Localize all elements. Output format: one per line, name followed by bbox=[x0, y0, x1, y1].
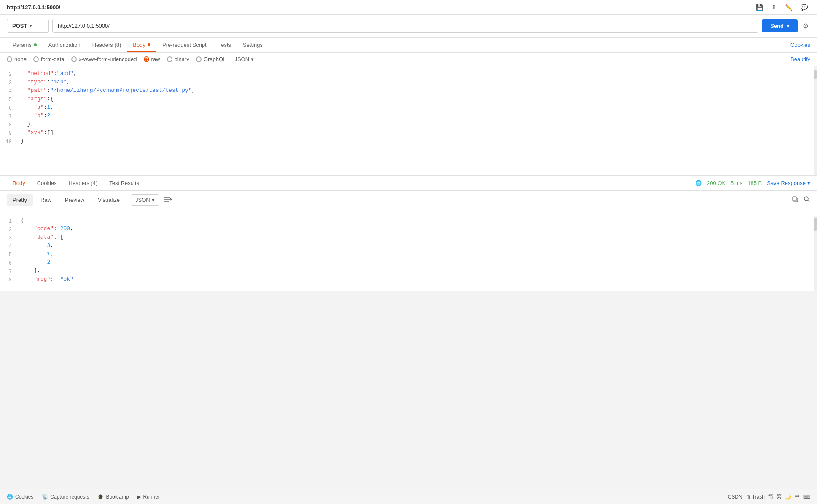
resp-line-5: 1, bbox=[21, 250, 814, 258]
resp-line-2: "code": 200, bbox=[21, 225, 814, 233]
edit-icon-btn[interactable]: ✏️ bbox=[782, 3, 795, 12]
status-code: 200 OK bbox=[707, 180, 726, 186]
response-format-chevron: ▾ bbox=[152, 197, 155, 203]
response-tab-test-results[interactable]: Test Results bbox=[103, 176, 145, 190]
tab-prerequest-label: Pre-request Script bbox=[162, 42, 207, 48]
request-line-numbers: 2 3 4 5 6 7 8 9 10 bbox=[0, 70, 17, 146]
tab-headers[interactable]: Headers (8) bbox=[86, 38, 127, 52]
view-raw-button[interactable]: Raw bbox=[35, 194, 57, 206]
radio-urlencoded-circle bbox=[71, 56, 77, 62]
url-top-bar: http://127.0.0.1:5000/ 💾 ⬆ ✏️ 💬 bbox=[0, 0, 817, 15]
code-line-6: "a":1, bbox=[21, 103, 817, 112]
response-tab-body-label: Body bbox=[13, 180, 25, 186]
save-icon-btn[interactable]: 💾 bbox=[753, 3, 766, 12]
response-tab-cookies[interactable]: Cookies bbox=[31, 176, 63, 190]
radio-none-circle bbox=[7, 56, 12, 62]
tab-tests-label: Tests bbox=[218, 42, 231, 48]
svg-line-6 bbox=[808, 200, 809, 201]
radio-binary-label: binary bbox=[175, 56, 189, 62]
radio-urlencoded-label: x-www-form-urlencoded bbox=[79, 56, 137, 62]
send-button[interactable]: Send ▾ bbox=[762, 19, 798, 32]
response-code-content: { "code": 200, "data": [ 3, 1, 2 ], "msg… bbox=[17, 216, 814, 284]
save-response-label: Save Response bbox=[767, 180, 806, 186]
url-display: http://127.0.0.1:5000/ bbox=[7, 4, 60, 11]
tab-params-label: Params bbox=[13, 42, 32, 48]
resp-line-7: ], bbox=[21, 267, 814, 275]
radio-raw[interactable]: raw bbox=[144, 56, 160, 62]
response-tab-test-results-label: Test Results bbox=[109, 180, 139, 186]
body-dot bbox=[148, 43, 150, 46]
request-scrollbar[interactable] bbox=[814, 66, 817, 175]
tab-settings[interactable]: Settings bbox=[237, 38, 269, 52]
radio-form-data-label: form-data bbox=[41, 56, 64, 62]
response-action-icons bbox=[792, 196, 810, 204]
request-tabs-row: Params Authorization Headers (8) Body Pr… bbox=[0, 38, 817, 53]
send-chevron: ▾ bbox=[787, 24, 789, 28]
response-tab-body[interactable]: Body bbox=[7, 176, 31, 190]
save-response-chevron: ▾ bbox=[807, 180, 810, 186]
code-line-2: "method":"add", bbox=[21, 70, 817, 78]
response-format-label: JSON bbox=[135, 197, 150, 203]
comment-icon-btn[interactable]: 💬 bbox=[798, 3, 810, 12]
radio-form-data[interactable]: form-data bbox=[33, 56, 64, 62]
code-line-3: "type":"map", bbox=[21, 78, 817, 86]
copy-icon-button[interactable] bbox=[792, 196, 798, 204]
request-scrollbar-thumb bbox=[814, 70, 817, 79]
method-label: POST bbox=[12, 23, 27, 29]
search-icon-button[interactable] bbox=[804, 196, 810, 204]
tab-body[interactable]: Body bbox=[127, 38, 156, 52]
json-format-chevron: ▾ bbox=[251, 56, 254, 62]
request-code-content[interactable]: "method":"add", "type":"map", "path":"/h… bbox=[17, 70, 817, 146]
view-visualize-button[interactable]: Visualize bbox=[92, 194, 126, 206]
response-format-select[interactable]: JSON ▾ bbox=[131, 194, 159, 206]
tab-authorization[interactable]: Authorization bbox=[43, 38, 86, 52]
send-label: Send bbox=[770, 23, 784, 29]
beautify-button[interactable]: Beautify bbox=[790, 56, 810, 62]
save-response-button[interactable]: Save Response ▾ bbox=[767, 180, 810, 186]
wrap-icon-button[interactable] bbox=[161, 195, 175, 206]
json-format-select[interactable]: JSON ▾ bbox=[234, 56, 254, 62]
copy-icon bbox=[792, 196, 798, 203]
tab-tests[interactable]: Tests bbox=[212, 38, 237, 52]
tab-prerequest[interactable]: Pre-request Script bbox=[156, 38, 212, 52]
wrap-icon bbox=[164, 196, 172, 202]
radio-none[interactable]: none bbox=[7, 56, 27, 62]
params-dot bbox=[34, 43, 37, 46]
radio-graphql-circle bbox=[196, 56, 202, 62]
code-line-5: "args":{ bbox=[21, 95, 817, 103]
response-tabs-row: Body Cookies Headers (4) Test Results 🌐 … bbox=[0, 176, 817, 191]
tab-body-label: Body bbox=[133, 42, 145, 48]
code-line-9: "sys":[] bbox=[21, 129, 817, 137]
tab-settings-label: Settings bbox=[243, 42, 263, 48]
json-format-label: JSON bbox=[234, 56, 249, 62]
response-scrollbar-thumb bbox=[814, 218, 817, 231]
response-code-area[interactable]: 1 2 3 4 5 6 7 8 { "code": 200, "data": [… bbox=[0, 209, 817, 291]
code-line-8: }, bbox=[21, 120, 817, 129]
resp-line-6: 2 bbox=[21, 258, 814, 267]
radio-none-label: none bbox=[14, 56, 27, 62]
radio-graphql[interactable]: GraphQL bbox=[196, 56, 226, 62]
tab-authorization-label: Authorization bbox=[48, 42, 81, 48]
view-pretty-button[interactable]: Pretty bbox=[7, 194, 33, 206]
code-line-7: "b":2 bbox=[21, 112, 817, 120]
method-select[interactable]: POST ▾ bbox=[7, 19, 49, 33]
resp-line-1: { bbox=[21, 216, 814, 225]
settings-icon-btn[interactable]: ⚙ bbox=[801, 20, 810, 32]
url-input[interactable] bbox=[52, 19, 758, 33]
method-chevron: ▾ bbox=[30, 24, 32, 28]
tab-params[interactable]: Params bbox=[7, 38, 43, 52]
resp-line-8: "msg": "ok" bbox=[21, 275, 814, 284]
view-preview-button[interactable]: Preview bbox=[59, 194, 90, 206]
radio-binary[interactable]: binary bbox=[167, 56, 189, 62]
response-tab-headers[interactable]: Headers (4) bbox=[63, 176, 104, 190]
response-meta: 🌐 200 OK 5 ms 185 B Save Response ▾ bbox=[695, 180, 810, 186]
cookies-link[interactable]: Cookies bbox=[790, 42, 810, 48]
url-bar: POST ▾ Send ▾ ⚙ bbox=[0, 15, 817, 38]
share-icon-btn[interactable]: ⬆ bbox=[769, 3, 779, 12]
request-code-area[interactable]: 2 3 4 5 6 7 8 9 10 "method":"add", "type… bbox=[0, 66, 817, 176]
tab-headers-label: Headers (8) bbox=[92, 42, 121, 48]
radio-urlencoded[interactable]: x-www-form-urlencoded bbox=[71, 56, 137, 62]
view-format-row: Pretty Raw Preview Visualize JSON ▾ bbox=[0, 191, 817, 209]
response-time: 5 ms bbox=[731, 180, 742, 186]
code-line-10: } bbox=[21, 137, 817, 145]
